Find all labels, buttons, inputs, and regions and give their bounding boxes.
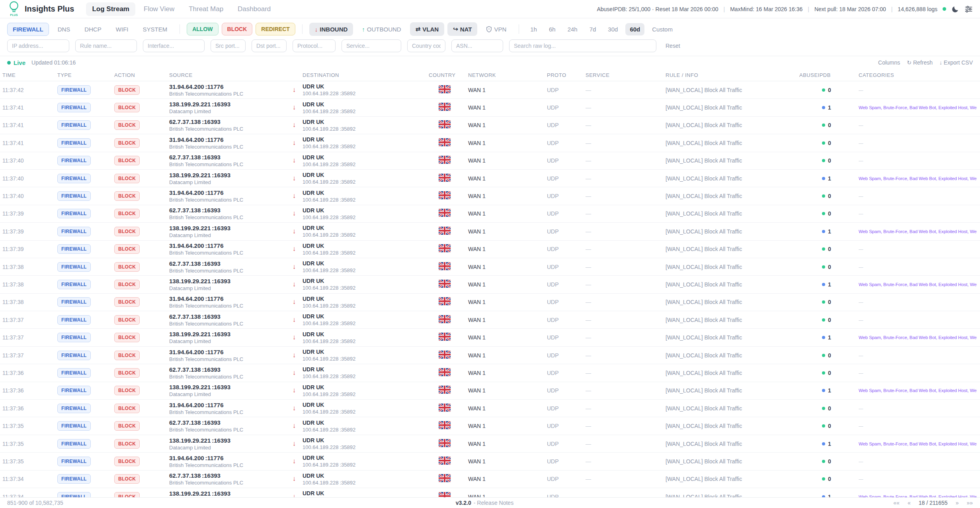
export-csv-button[interactable]: ↓ Export CSV: [939, 59, 973, 66]
table-row[interactable]: 11:37:40 FIREWALL BLOCK 62.7.37.138:1639…: [0, 152, 980, 170]
protocol-input[interactable]: [293, 39, 336, 52]
filter-dhcp[interactable]: DHCP: [79, 23, 107, 36]
raw-log-search-input[interactable]: [509, 39, 656, 52]
col-categories[interactable]: CATEGORIES: [859, 72, 977, 78]
filter-outbound[interactable]: ↑OUTBOUND: [356, 23, 406, 36]
filter-vpn[interactable]: VPN: [480, 23, 512, 36]
nav-flow-view[interactable]: Flow View: [138, 2, 180, 16]
nav-threat-map[interactable]: Threat Map: [183, 2, 229, 16]
table-row[interactable]: 11:37:41 FIREWALL BLOCK 138.199.29.221:1…: [0, 99, 980, 116]
range-60d[interactable]: 60d: [625, 23, 644, 35]
network-label: WAN 1: [468, 175, 547, 182]
interface-input[interactable]: [143, 39, 205, 52]
col-rule-info[interactable]: RULE / INFO: [666, 72, 799, 78]
type-badge: FIREWALL: [57, 368, 91, 378]
table-row[interactable]: 11:37:41 FIREWALL BLOCK 31.94.64.200:117…: [0, 134, 980, 152]
table-row[interactable]: 11:37:36 FIREWALL BLOCK 62.7.37.138:1639…: [0, 364, 980, 382]
table-row[interactable]: 11:37:35 FIREWALL BLOCK 31.94.64.200:117…: [0, 453, 980, 470]
settings-sliders-icon[interactable]: [964, 6, 973, 13]
action-badge: BLOCK: [114, 280, 140, 289]
dst-port-input[interactable]: [252, 39, 287, 52]
filter-system[interactable]: SYSTEM: [137, 23, 173, 36]
ip-address-input[interactable]: [7, 39, 69, 52]
range-1h[interactable]: 1h: [526, 23, 541, 35]
col-source[interactable]: SOURCE: [169, 72, 286, 78]
filter-bar: FIREWALL DNS DHCP WIFI SYSTEM ALLOW BLOC…: [0, 18, 980, 56]
nav-log-stream[interactable]: Log Stream: [86, 2, 135, 16]
destination-port: :35892: [340, 108, 355, 114]
col-proto[interactable]: PROTO: [547, 72, 586, 78]
table-row[interactable]: 11:37:39 FIREWALL BLOCK 138.199.29.221:1…: [0, 223, 980, 240]
src-port-input[interactable]: [211, 39, 246, 52]
footer-bar: 851-900 of 10,582,735 v3.2.0 - Release N…: [0, 497, 980, 508]
range-7d[interactable]: 7d: [585, 23, 601, 35]
filter-dns[interactable]: DNS: [52, 23, 76, 36]
filter-firewall[interactable]: FIREWALL: [7, 23, 49, 36]
col-destination[interactable]: DESTINATION: [303, 72, 429, 78]
destination-port: :35892: [340, 444, 355, 450]
table-row[interactable]: 11:37:37 FIREWALL BLOCK 138.199.29.221:1…: [0, 329, 980, 346]
destination-port: :35892: [340, 320, 355, 326]
range-6h[interactable]: 6h: [545, 23, 560, 35]
vlan-arrows-icon: ⇄: [416, 25, 421, 33]
col-abuseipdb[interactable]: ABUSEIPDB: [799, 72, 859, 78]
next-page-button[interactable]: »: [956, 500, 959, 506]
col-type[interactable]: TYPE: [57, 72, 114, 78]
table-row[interactable]: 11:37:42 FIREWALL BLOCK 31.94.64.200:117…: [0, 81, 980, 99]
destination-ip: 100.64.189.228: [303, 462, 338, 468]
table-row[interactable]: 11:37:38 FIREWALL BLOCK 31.94.64.200:117…: [0, 294, 980, 311]
source-org: British Telecommunications PLC: [169, 374, 286, 380]
rule-name-input[interactable]: [75, 39, 137, 52]
prev-page-button[interactable]: «: [908, 500, 911, 506]
filter-vlan[interactable]: ⇄VLAN: [410, 22, 444, 36]
asn-input[interactable]: [451, 39, 503, 52]
table-row[interactable]: 11:37:35 FIREWALL BLOCK 62.7.37.138:1639…: [0, 417, 980, 435]
table-row[interactable]: 11:37:38 FIREWALL BLOCK 138.199.29.221:1…: [0, 276, 980, 293]
destination-cell: UDR UK 100.64.189.228:35892: [303, 136, 429, 149]
table-row[interactable]: 11:37:40 FIREWALL BLOCK 31.94.64.200:117…: [0, 187, 980, 205]
table-row[interactable]: 11:37:36 FIREWALL BLOCK 138.199.29.221:1…: [0, 382, 980, 400]
table-row[interactable]: 11:37:37 FIREWALL BLOCK 62.7.37.138:1639…: [0, 311, 980, 329]
release-notes-link[interactable]: - Release Notes: [474, 500, 513, 506]
table-row[interactable]: 11:37:35 FIREWALL BLOCK 138.199.29.221:1…: [0, 435, 980, 453]
abuse-score: 0: [828, 157, 831, 164]
destination-name: UDR UK: [303, 119, 429, 125]
last-page-button[interactable]: »»: [966, 500, 973, 506]
table-row[interactable]: 11:37:36 FIREWALL BLOCK 31.94.64.200:117…: [0, 400, 980, 417]
range-30d[interactable]: 30d: [603, 23, 622, 35]
range-24h[interactable]: 24h: [563, 23, 582, 35]
nav-dashboard[interactable]: Dashboard: [232, 2, 277, 16]
destination-ip: 100.64.189.228: [303, 161, 338, 167]
col-country[interactable]: COUNTRY: [429, 72, 468, 78]
dark-mode-toggle-moon-icon[interactable]: [951, 5, 959, 13]
columns-button[interactable]: Columns: [878, 59, 900, 66]
table-row[interactable]: 11:37:34 FIREWALL BLOCK 62.7.37.138:1639…: [0, 471, 980, 488]
updated-timestamp: Updated 01:06:16: [31, 59, 76, 66]
table-row[interactable]: 11:37:39 FIREWALL BLOCK 31.94.64.200:117…: [0, 241, 980, 258]
col-network[interactable]: NETWORK: [468, 72, 547, 78]
table-row[interactable]: 11:37:37 FIREWALL BLOCK 31.94.64.200:117…: [0, 347, 980, 364]
app-title: Insights Plus: [25, 4, 74, 14]
col-service[interactable]: SERVICE: [586, 72, 666, 78]
table-row[interactable]: 11:37:41 FIREWALL BLOCK 62.7.37.138:1639…: [0, 117, 980, 134]
service-input[interactable]: [342, 39, 401, 52]
first-page-button[interactable]: ««: [893, 500, 900, 506]
col-action[interactable]: ACTION: [114, 72, 169, 78]
filter-block[interactable]: BLOCK: [222, 23, 253, 35]
col-time[interactable]: TIME: [2, 72, 57, 78]
table-row[interactable]: 11:37:40 FIREWALL BLOCK 138.199.29.221:1…: [0, 170, 980, 187]
filter-inbound[interactable]: ↓INBOUND: [309, 23, 353, 36]
table-row[interactable]: 11:37:38 FIREWALL BLOCK 62.7.37.138:1639…: [0, 258, 980, 276]
separator: |: [891, 6, 893, 12]
table-row[interactable]: 11:37:39 FIREWALL BLOCK 62.7.37.138:1639…: [0, 205, 980, 223]
filter-wifi[interactable]: WIFI: [110, 23, 134, 36]
type-badge: FIREWALL: [57, 209, 91, 218]
filter-allow[interactable]: ALLOW: [187, 23, 218, 35]
reset-filters-button[interactable]: Reset: [666, 43, 680, 49]
country-code-input[interactable]: [407, 39, 445, 52]
range-custom[interactable]: Custom: [648, 23, 677, 35]
filter-redirect[interactable]: REDIRECT: [256, 23, 295, 35]
filter-nat[interactable]: ↪NAT: [447, 22, 477, 36]
refresh-button[interactable]: ↻ Refresh: [907, 59, 933, 66]
row-time: 11:37:34: [2, 476, 57, 482]
